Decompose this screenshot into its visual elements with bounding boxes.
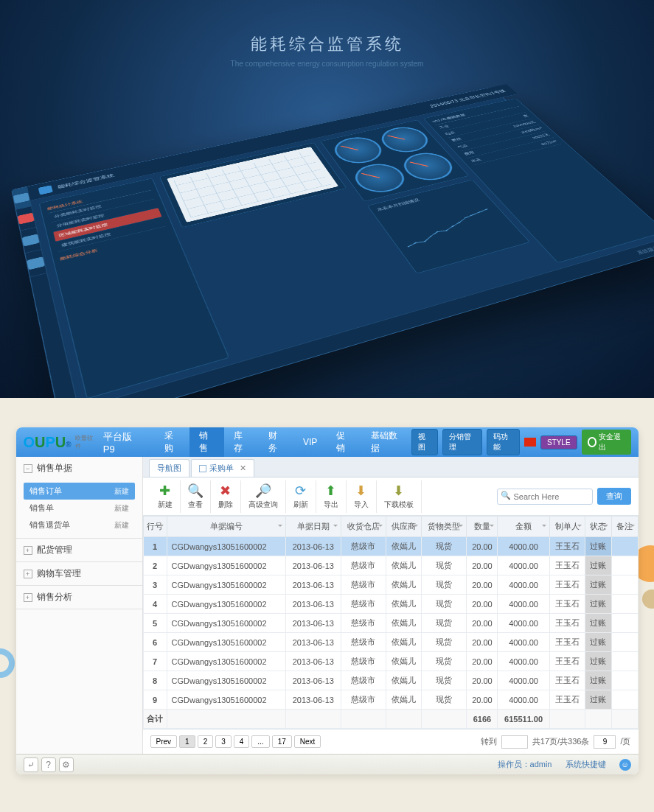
table-row[interactable]: 4CGDwangys130516000022013-06-13慈级市依嫣儿现货2… bbox=[143, 595, 638, 614]
per-page-input[interactable] bbox=[594, 735, 616, 749]
delete-icon: ✖ bbox=[218, 483, 233, 498]
hero-subtitle: The comprehensive energy consumption reg… bbox=[0, 60, 654, 68]
table-row[interactable]: 6CGDwangys130516000022013-06-13慈级市依嫣儿现货2… bbox=[143, 633, 638, 652]
search-input[interactable] bbox=[497, 489, 593, 505]
help-button[interactable]: ? bbox=[41, 757, 56, 772]
next-button[interactable]: Next bbox=[294, 735, 321, 748]
topnav-采购[interactable]: 采购 bbox=[155, 427, 189, 457]
topnav-基础数据[interactable]: 基础数据 bbox=[361, 427, 411, 457]
col-header[interactable]: 单据编号 bbox=[167, 517, 285, 537]
col-header[interactable]: 货物类型 bbox=[422, 517, 467, 537]
page-2[interactable]: 2 bbox=[198, 735, 214, 748]
gauge-3 bbox=[347, 160, 411, 197]
gauge-4 bbox=[396, 149, 460, 184]
side-group-header[interactable]: −销售单据 bbox=[16, 457, 142, 480]
side-group-header[interactable]: +销售分析 bbox=[16, 586, 142, 609]
hero-title: 能耗综合监管系统 bbox=[0, 0, 654, 55]
side-group-header[interactable]: +购物车管理 bbox=[16, 562, 142, 585]
tool-新建[interactable]: ✚新建 bbox=[150, 480, 181, 513]
side-group-title: 购物车管理 bbox=[37, 567, 81, 580]
col-header[interactable]: 制单人 bbox=[549, 517, 585, 537]
data-table[interactable]: 行号单据编号单据日期收货仓店供应商货物类型数量金额制单人状态备注 1CGDwan… bbox=[143, 516, 639, 729]
search-button[interactable]: 查询 bbox=[597, 488, 631, 505]
tool-高级查询[interactable]: 🔎高级查询 bbox=[241, 480, 286, 513]
settings-button[interactable]: ⚙ bbox=[59, 757, 74, 772]
side-item-action[interactable]: 新建 bbox=[114, 503, 129, 514]
doc-icon bbox=[27, 256, 45, 270]
tab-导航图[interactable]: 导航图 bbox=[149, 459, 189, 477]
close-icon[interactable]: ✕ bbox=[240, 463, 246, 473]
topnav-销售[interactable]: 销售 bbox=[189, 427, 224, 457]
col-header[interactable]: 状态 bbox=[585, 517, 612, 537]
shortcut-link[interactable]: 系统快捷键 bbox=[566, 759, 606, 770]
topnav-财务[interactable]: 财务 bbox=[259, 427, 293, 457]
tool-label: 导出 bbox=[324, 500, 338, 510]
hero-panel: 能耗综合监管系统 The comprehensive energy consum… bbox=[0, 0, 654, 398]
tool-导出[interactable]: ⬆导出 bbox=[316, 480, 347, 513]
side-item-label: 销售订单 bbox=[29, 486, 62, 497]
home-icon bbox=[13, 192, 29, 203]
style-button[interactable]: STYLE bbox=[540, 435, 577, 449]
col-header[interactable]: 单据日期 bbox=[285, 517, 341, 537]
erp-header: OUPU® 欧普软件 平台版P9 采购销售库存财务VIP促销基础数据 视图 分销… bbox=[16, 427, 639, 457]
side-item-销售退货单[interactable]: 销售退货单新建 bbox=[24, 517, 135, 533]
page-4[interactable]: 4 bbox=[234, 735, 250, 748]
checkbox-icon bbox=[199, 465, 206, 472]
side-group-header[interactable]: +配货管理 bbox=[16, 539, 142, 561]
tool-导入[interactable]: ⬇导入 bbox=[347, 480, 377, 513]
side-item-销售单[interactable]: 销售单新建 bbox=[24, 500, 135, 517]
table-row[interactable]: 3CGDwangys130516000022013-06-13慈级市依嫣儿现货2… bbox=[143, 575, 638, 595]
col-header[interactable]: 行号 bbox=[143, 517, 167, 537]
gauge-1 bbox=[327, 133, 389, 167]
col-header[interactable]: 收货仓店 bbox=[341, 517, 386, 537]
page-...[interactable]: ... bbox=[251, 735, 269, 748]
search-icon: 🔍 bbox=[188, 483, 203, 498]
page-17[interactable]: 17 bbox=[272, 735, 292, 748]
tab-采购单[interactable]: 采购单✕ bbox=[191, 459, 254, 477]
chart-icon bbox=[17, 212, 34, 224]
side-item-action[interactable]: 新建 bbox=[114, 486, 129, 497]
tool-刷新[interactable]: ⟳刷新 bbox=[286, 480, 316, 513]
flag-icon[interactable] bbox=[524, 438, 536, 447]
col-header[interactable]: 备注 bbox=[611, 517, 638, 537]
back-button[interactable]: ⤶ bbox=[24, 757, 38, 772]
gauge-2 bbox=[374, 124, 435, 156]
tab-label: 导航图 bbox=[157, 463, 181, 474]
per-suffix: /页 bbox=[620, 736, 630, 747]
plus-icon: ✚ bbox=[158, 483, 173, 498]
tool-下载模板[interactable]: ⬇下载模板 bbox=[377, 480, 422, 513]
table-row[interactable]: 2CGDwangys130516000022013-06-13慈级市依嫣儿现货2… bbox=[143, 556, 638, 575]
col-header[interactable]: 数量 bbox=[467, 517, 498, 537]
table-row[interactable]: 7CGDwangys130516000022013-06-13慈级市依嫣儿现货2… bbox=[143, 652, 638, 671]
dash-logo-icon bbox=[38, 185, 52, 195]
dist-button[interactable]: 分销管理 bbox=[442, 429, 482, 455]
tool-删除[interactable]: ✖删除 bbox=[211, 480, 241, 513]
tool-查看[interactable]: 🔍查看 bbox=[181, 480, 211, 513]
total-row: 合计6166615511.00 bbox=[143, 710, 638, 729]
safe-exit-button[interactable]: 安全退出 bbox=[582, 430, 631, 455]
smiley-icon[interactable]: ☺ bbox=[619, 759, 631, 771]
topnav-促销[interactable]: 促销 bbox=[327, 427, 361, 457]
tool-label: 新建 bbox=[158, 500, 173, 510]
topnav-VIP[interactable]: VIP bbox=[293, 427, 327, 457]
table-row[interactable]: 1CGDwangys130516000022013-06-13慈级市依嫣儿现货2… bbox=[143, 537, 638, 556]
col-header[interactable]: 供应商 bbox=[386, 517, 421, 537]
exit-label: 安全退出 bbox=[599, 432, 625, 452]
side-item-action[interactable]: 新建 bbox=[114, 520, 129, 531]
prev-button[interactable]: Prev bbox=[150, 735, 178, 748]
page-1[interactable]: 1 bbox=[179, 735, 195, 748]
view-button[interactable]: 视图 bbox=[411, 429, 438, 455]
side-group-title: 销售单据 bbox=[37, 462, 72, 475]
top-nav: 采购销售库存财务VIP促销基础数据 bbox=[155, 427, 412, 457]
jump-input[interactable] bbox=[501, 735, 528, 749]
col-header[interactable]: 金额 bbox=[498, 517, 549, 537]
table-row[interactable]: 9CGDwangys130516000022013-06-13慈级市依嫣儿现货2… bbox=[143, 690, 638, 710]
page-3[interactable]: 3 bbox=[215, 735, 232, 748]
download-icon: ⬇ bbox=[392, 483, 406, 498]
table-row[interactable]: 8CGDwangys130516000022013-06-13慈级市依嫣儿现货2… bbox=[143, 671, 638, 690]
side-item-销售订单[interactable]: 销售订单新建 bbox=[24, 483, 135, 500]
table-row[interactable]: 5CGDwangys130516000022013-06-13慈级市依嫣儿现货2… bbox=[143, 614, 638, 633]
topnav-库存[interactable]: 库存 bbox=[224, 427, 259, 457]
code-button[interactable]: 码功能 bbox=[487, 429, 520, 455]
minus-icon: − bbox=[24, 464, 32, 473]
